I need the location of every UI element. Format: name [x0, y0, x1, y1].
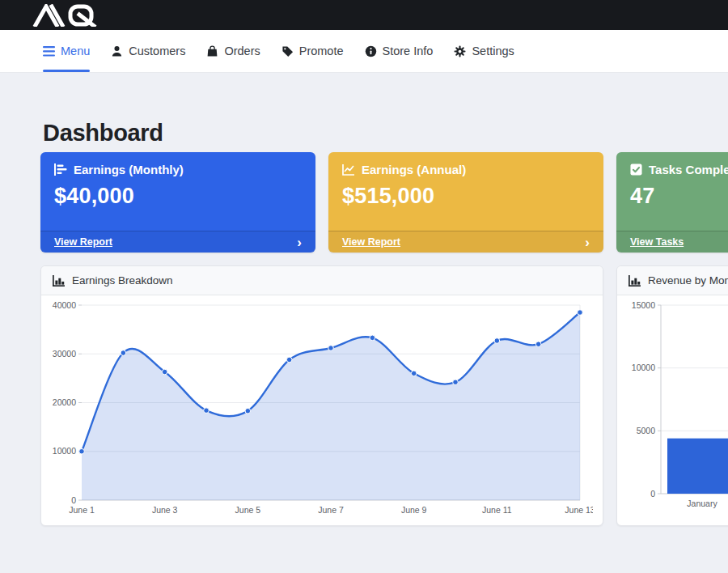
stat-cards-row: Earnings (Monthly) $40,000 View Report ›… [40, 152, 728, 253]
svg-text:20000: 20000 [53, 397, 76, 407]
revenue-by-month-card: Revenue by Month 050001000015000January [616, 265, 728, 526]
nav-item-label: Orders [224, 45, 260, 57]
charts-row: Earnings Breakdown 010000200003000040000… [40, 265, 728, 526]
chart-card-header: Earnings Breakdown [41, 266, 603, 295]
svg-text:June 5: June 5 [235, 505, 261, 515]
nav-item-store-info[interactable]: Store Info [365, 30, 434, 72]
svg-text:January: January [687, 499, 717, 508]
chevron-right-icon: › [297, 236, 302, 249]
revenue-by-month-chart: 050001000015000January [625, 302, 728, 519]
svg-text:June 13: June 13 [565, 505, 593, 515]
main-content: Dashboard Earnings (Monthly) $40,000 Vie… [0, 73, 728, 526]
stat-card-label: Earnings (Annual) [362, 163, 466, 176]
tag-icon [281, 45, 294, 57]
chart-title: Earnings Breakdown [72, 274, 173, 286]
check-square-icon [630, 163, 642, 176]
nav-item-label: Settings [472, 45, 514, 57]
svg-text:10000: 10000 [53, 446, 76, 456]
bar-chart-steps-icon [54, 163, 67, 176]
stat-card-label: Tasks Completed [649, 163, 728, 176]
bar-chart-icon [53, 275, 65, 286]
gear-icon [454, 45, 466, 57]
svg-text:10000: 10000 [632, 363, 655, 372]
chevron-right-icon: › [585, 236, 590, 249]
view-report-link[interactable]: View Report › [40, 231, 315, 253]
nav-item-label: Store Info [383, 45, 434, 57]
stat-card-label: Earnings (Monthly) [74, 163, 184, 176]
bag-icon [206, 45, 218, 57]
svg-text:June 7: June 7 [318, 505, 344, 515]
nav-item-orders[interactable]: Orders [206, 30, 260, 72]
svg-text:June 9: June 9 [401, 505, 427, 515]
nav-item-customers[interactable]: Customers [111, 30, 185, 72]
chart-card-header: Revenue by Month [617, 266, 728, 295]
svg-text:June 11: June 11 [482, 505, 512, 515]
line-chart-icon [342, 163, 355, 176]
topbar [0, 0, 728, 30]
svg-text:0: 0 [650, 489, 655, 499]
svg-text:15000: 15000 [632, 302, 655, 310]
nav-item-settings[interactable]: Settings [454, 30, 514, 72]
svg-text:40000: 40000 [53, 302, 76, 310]
logo-icon[interactable] [32, 4, 107, 27]
view-tasks-link[interactable]: View Tasks › [616, 231, 728, 253]
svg-text:5000: 5000 [637, 426, 656, 435]
stat-card-earnings-annual: Earnings (Annual) $515,000 View Report › [328, 152, 603, 253]
svg-text:June 1: June 1 [69, 505, 95, 515]
svg-text:30000: 30000 [53, 349, 76, 359]
page-title: Dashboard [43, 120, 728, 146]
person-icon [111, 45, 123, 57]
nav-item-label: Customers [129, 45, 185, 57]
nav-item-label: Menu [61, 45, 90, 57]
stat-card-value: $515,000 [342, 184, 590, 209]
earnings-breakdown-card: Earnings Breakdown 010000200003000040000… [40, 265, 603, 526]
stat-card-value: 47 [630, 184, 728, 209]
stat-card-tasks-completed: Tasks Completed 47 View Tasks › [616, 152, 728, 253]
bar-chart-icon [629, 275, 641, 286]
chart-title: Revenue by Month [648, 274, 728, 286]
stat-card-earnings-monthly: Earnings (Monthly) $40,000 View Report › [40, 152, 315, 253]
nav-item-label: Promote [299, 45, 344, 57]
view-report-link[interactable]: View Report › [328, 231, 603, 253]
svg-text:June 3: June 3 [152, 505, 178, 515]
info-icon [365, 45, 377, 57]
earnings-breakdown-chart: 010000200003000040000June 1June 3June 5J… [49, 302, 593, 519]
stat-card-value: $40,000 [54, 184, 302, 209]
main-nav: Menu Customers Orders Promote Store Info [0, 30, 728, 73]
nav-item-promote[interactable]: Promote [281, 30, 344, 72]
nav-item-menu[interactable]: Menu [43, 30, 90, 72]
svg-text:0: 0 [71, 495, 76, 505]
hamburger-icon [43, 46, 55, 57]
